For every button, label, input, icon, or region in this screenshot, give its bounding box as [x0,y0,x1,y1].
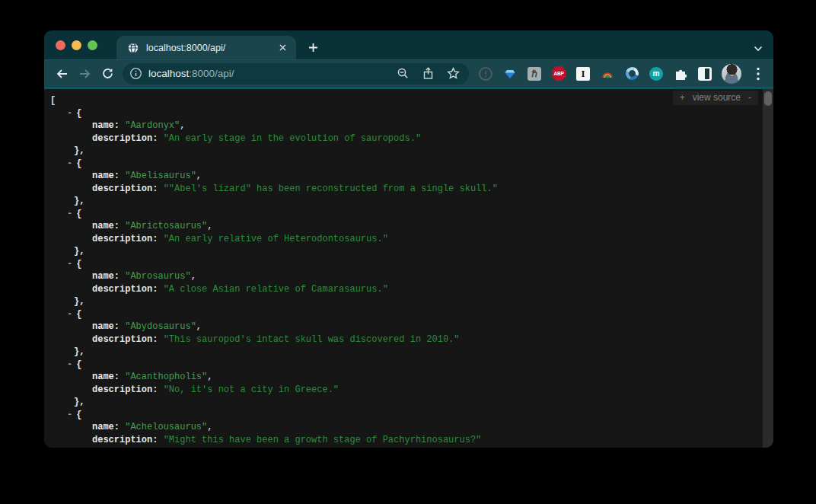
tab-close-icon[interactable] [276,42,288,54]
tab-search-chevron-icon[interactable] [754,41,763,55]
entry-open-line: -{ [50,158,755,171]
back-button[interactable] [50,62,73,85]
json-entry: -{name: "Aardonyx",description: "An earl… [50,107,755,158]
alert-circle-extension-icon[interactable]: ! [479,67,492,81]
url-text[interactable]: localhost:8000/api/ [148,68,390,79]
entry-close-line: }, [50,346,755,359]
name-value: "Achelousaurus" [125,422,207,432]
name-key: name: [92,321,120,332]
collapse-toggle-icon[interactable]: - [67,108,72,119]
collapse-toggle-icon[interactable]: - [67,410,72,420]
tab-strip: localhost:8000/api/ [44,30,773,59]
json-entry: -{name: "Abelisaurus",description: ""Abe… [50,158,755,208]
url-host: localhost [148,68,189,79]
description-value: "This sauropod's intact skull was discov… [164,334,460,345]
comma: , [196,171,202,181]
close-brace: }, [74,196,84,206]
description-key: description: [92,334,158,345]
json-entry: -{name: "Abrictosaurus",description: "An… [50,208,755,258]
reload-button[interactable] [96,62,119,85]
site-info-icon[interactable] [129,67,142,80]
name-key: name: [92,271,120,282]
entry-open-line: -{ [50,409,755,422]
description-key: description: [92,133,158,144]
json-entry: -{name: "Acanthopholis",description: "No… [50,359,755,409]
name-value: "Abydosaurus" [125,321,196,332]
scrollbar-track[interactable] [763,89,773,448]
entry-close-line: }, [50,245,755,258]
window-controls [56,40,97,50]
zoom-icon[interactable] [397,67,410,80]
name-property-line: name: "Acanthopholis", [50,371,755,384]
blue-swirl-extension-icon[interactable] [623,65,641,82]
back-arrow-icon [56,68,69,80]
comma: , [207,221,212,231]
entry-open-line: -{ [50,258,755,271]
close-window-button[interactable] [56,40,65,50]
active-tab[interactable]: localhost:8000/api/ [116,36,296,59]
name-property-line: name: "Achelousaurus", [50,421,755,434]
plus-icon [308,43,318,53]
m-circle-extension-icon[interactable]: m [649,67,663,81]
json-entry: -{name: "Achelousaurus",description: "Mi… [50,409,755,447]
address-bar[interactable]: localhost:8000/api/ [123,63,469,85]
bookmark-star-icon[interactable] [447,67,460,80]
entry-close-line: }, [50,145,755,158]
entry-open-line: -{ [50,308,755,321]
new-tab-button[interactable] [302,37,324,58]
description-property-line: description: "This sauropod's intact sku… [50,333,755,346]
extensions-puzzle-icon[interactable] [673,66,688,81]
expand-all-button[interactable]: + [680,91,685,104]
reload-icon [101,67,114,80]
entry-close-line: }, [50,295,755,308]
collapse-toggle-icon[interactable]: - [67,359,72,370]
close-brace: }, [74,346,84,357]
fullscreen-window-button[interactable] [88,40,97,50]
json-entry: -{name: "Abrosaurus",description: "A clo… [50,258,755,308]
description-value: "A close Asian relative of Camarasaurus.… [164,284,388,295]
instapaper-extension-icon[interactable]: I [576,67,590,81]
sidebar-toggle-icon[interactable] [698,67,712,81]
name-value: "Abrosaurus" [125,271,190,282]
rainbow-extension-icon[interactable] [600,66,615,81]
entry-open-line: -{ [50,359,755,372]
array-open-bracket: [ [50,95,56,106]
name-value: "Abelisaurus" [125,171,196,181]
scrollbar-thumb[interactable] [764,91,772,106]
comma: , [207,372,212,382]
name-key: name: [92,221,120,231]
adblock-plus-extension-icon[interactable]: ABP [552,66,566,81]
collapse-all-button[interactable]: - [748,91,751,104]
entry-open-line: -{ [50,208,755,221]
description-value: "An early stage in the evolution of saur… [164,133,421,144]
browser-window: localhost:8000/api/ [44,30,773,448]
collapse-toggle-icon[interactable]: - [67,209,72,219]
view-source-control: + view source - [673,91,758,105]
globe-favicon-icon [127,42,139,54]
open-brace: { [76,309,81,320]
comma: , [196,321,202,332]
description-value: "An early relative of Heterodontosaurus.… [164,234,388,244]
extensions-row: ! ℏ ABP I m [478,64,766,84]
name-key: name: [92,422,120,432]
description-property-line: description: "A close Asian relative of … [50,283,755,296]
name-property-line: name: "Abrosaurus", [50,270,755,283]
view-source-link[interactable]: view source [693,91,741,104]
share-icon[interactable] [422,67,434,80]
gem-extension-icon[interactable] [502,66,518,81]
name-value: "Abrictosaurus" [125,221,207,231]
collapse-toggle-icon[interactable]: - [67,309,72,320]
profile-avatar[interactable] [722,64,741,84]
url-path: :8000/api/ [189,68,234,79]
gray-square-extension-icon[interactable]: ℏ [528,67,541,81]
collapse-toggle-icon[interactable]: - [67,158,72,169]
forward-button[interactable] [73,62,96,85]
browser-menu-icon[interactable] [751,66,766,81]
close-brace: }, [74,397,84,407]
minimize-window-button[interactable] [72,40,81,50]
description-value: "No, it's not a city in Greece." [164,384,339,395]
entry-open-line: -{ [50,107,755,120]
collapse-toggle-icon[interactable]: - [67,259,72,270]
entry-close-line: }, [50,396,755,409]
browser-toolbar: localhost:8000/api/ ! [44,59,773,89]
